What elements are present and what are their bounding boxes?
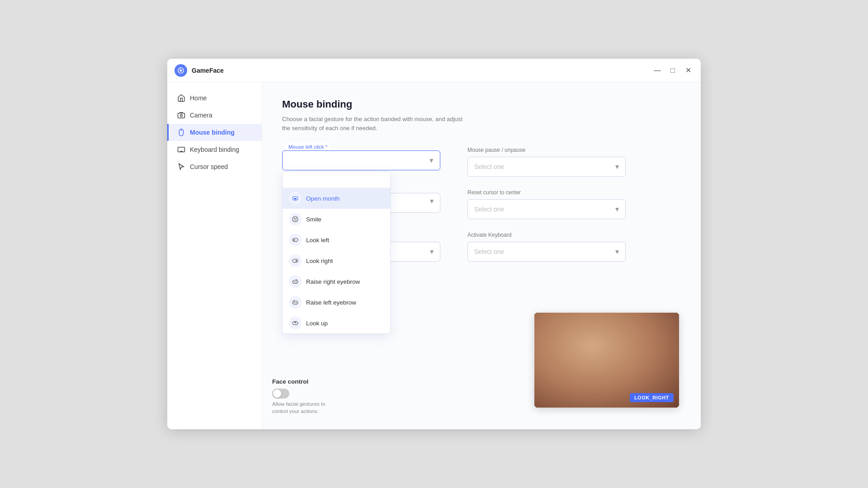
dropdown-item-open-mouth-label: Open month xyxy=(306,195,340,202)
sidebar-item-camera-label: Camera xyxy=(190,112,212,119)
dropdown-item-smile[interactable]: Smile xyxy=(283,209,390,230)
dropdown-item-raise-left-eyebrow-label: Raise left eyebrow xyxy=(306,299,356,306)
reset-cursor-select-wrapper: Select one ▼ xyxy=(467,199,626,219)
svg-point-19 xyxy=(294,218,295,219)
main-content: Mouse binding Choose a facial gesture fo… xyxy=(262,82,701,429)
raise-right-eyebrow-icon xyxy=(289,275,302,288)
open-mouth-icon xyxy=(289,192,302,205)
close-button[interactable]: ✕ xyxy=(683,65,693,76)
binding-activate-keyboard: Activate Keyboard Select one ▼ xyxy=(467,232,626,262)
sidebar-item-camera[interactable]: Camera xyxy=(167,107,262,124)
activate-keyboard-select[interactable]: Select one xyxy=(467,242,626,262)
chevron-down-icon: ▼ xyxy=(428,157,434,164)
app-title: GameFace xyxy=(192,67,652,74)
svg-point-31 xyxy=(294,302,295,303)
dropdown-item-raise-right-eyebrow-label: Raise right eyebrow xyxy=(306,278,360,285)
dropdown-search-input[interactable] xyxy=(283,172,390,188)
app-window: GameFace — □ ✕ Home xyxy=(167,59,701,429)
reset-cursor-label: Reset cursor to center xyxy=(467,189,626,196)
dropdown-item-raise-left-eyebrow[interactable]: Raise left eyebrow xyxy=(283,292,390,313)
keyboard-icon xyxy=(177,145,185,154)
svg-point-21 xyxy=(292,238,298,242)
svg-point-17 xyxy=(294,198,297,200)
face-control-description: Allow facial gestures to control your ac… xyxy=(272,400,340,415)
mouse-pause-placeholder: Select one xyxy=(474,163,504,170)
look-right-icon xyxy=(289,254,302,267)
sidebar-item-mouse-binding-label: Mouse binding xyxy=(190,129,235,136)
app-logo xyxy=(175,64,187,77)
mouse-pause-select[interactable]: Select one xyxy=(467,157,626,177)
face-control-label: Face control xyxy=(272,378,340,385)
toggle-knob xyxy=(273,389,281,398)
sidebar-item-cursor-speed-label: Cursor speed xyxy=(190,163,228,170)
dropdown-item-raise-right-eyebrow[interactable]: Raise right eyebrow xyxy=(283,271,390,292)
sidebar: Home Camera xyxy=(167,82,262,429)
app-body: Home Camera xyxy=(167,82,701,429)
activate-keyboard-label: Activate Keyboard xyxy=(467,232,626,238)
svg-point-28 xyxy=(294,282,295,282)
gesture-dropdown: Open month xyxy=(282,171,391,334)
dropdown-item-look-right[interactable]: Look right xyxy=(283,250,390,271)
smile-icon xyxy=(289,213,302,225)
reset-cursor-placeholder: Select one xyxy=(474,206,504,213)
svg-point-35 xyxy=(295,322,296,323)
dropdown-item-look-left[interactable]: Look left xyxy=(283,230,390,250)
sidebar-item-home-label: Home xyxy=(190,94,207,102)
minimize-button[interactable]: — xyxy=(652,65,663,76)
svg-point-27 xyxy=(292,280,298,284)
sidebar-item-cursor-speed[interactable]: Cursor speed xyxy=(167,158,262,175)
home-icon xyxy=(177,94,185,102)
binding-mouse-left-click: Mouse left click * ▼ xyxy=(282,147,440,177)
dropdown-item-smile-label: Smile xyxy=(306,216,321,223)
dropdown-item-look-up-label: Look up xyxy=(306,320,328,327)
mouse-icon xyxy=(177,128,185,136)
page-title: Mouse binding xyxy=(282,99,679,110)
look-up-icon xyxy=(289,317,302,329)
raise-left-eyebrow-icon xyxy=(289,296,302,309)
bindings-grid: Mouse left click * ▼ xyxy=(282,147,626,262)
svg-point-3 xyxy=(180,115,183,117)
svg-point-24 xyxy=(292,259,298,263)
dropdown-item-look-up[interactable]: Look up xyxy=(283,313,390,333)
reset-cursor-select[interactable]: Select one xyxy=(467,199,626,219)
camera-feed: LOOK_RIGHT xyxy=(534,313,679,408)
sidebar-item-home[interactable]: Home xyxy=(167,89,262,107)
sidebar-item-mouse-binding[interactable]: Mouse binding xyxy=(167,124,262,141)
activate-keyboard-placeholder: Select one xyxy=(474,248,504,255)
svg-point-20 xyxy=(296,218,297,219)
mouse-pause-select-wrapper: Select one ▼ xyxy=(467,157,626,177)
dropdown-item-open-mouth[interactable]: Open month xyxy=(283,188,390,209)
svg-point-26 xyxy=(296,260,297,261)
binding-mouse-pause-unpause: Mouse pause / unpause Select one ▼ xyxy=(467,147,626,177)
face-control-section: Face control Allow facial gestures to co… xyxy=(272,378,340,415)
window-controls: — □ ✕ xyxy=(652,65,693,76)
mouse-left-click-select[interactable]: ▼ xyxy=(282,150,440,170)
dropdown-item-look-left-label: Look left xyxy=(306,237,329,244)
svg-point-30 xyxy=(292,301,298,305)
cursor-icon xyxy=(177,163,185,171)
svg-point-29 xyxy=(296,282,297,282)
svg-point-1 xyxy=(180,69,182,71)
titlebar: GameFace — □ ✕ xyxy=(167,59,701,82)
mouse-left-click-label: Mouse left click * xyxy=(288,144,327,150)
maximize-button[interactable]: □ xyxy=(667,65,678,76)
binding-reset-cursor: Reset cursor to center Select one ▼ xyxy=(467,189,626,219)
activate-keyboard-select-wrapper: Select one ▼ xyxy=(467,242,626,262)
svg-point-32 xyxy=(296,302,297,303)
svg-rect-2 xyxy=(178,113,185,118)
page-description: Choose a facial gesture for the action b… xyxy=(282,115,463,132)
dropdown-item-look-right-label: Look right xyxy=(306,258,333,264)
look-left-icon xyxy=(289,234,302,246)
mouse-pause-label: Mouse pause / unpause xyxy=(467,147,626,153)
look-right-badge: LOOK_RIGHT xyxy=(630,393,674,402)
face-control-toggle[interactable] xyxy=(272,389,289,399)
sidebar-item-keyboard-binding[interactable]: Keyboard binding xyxy=(167,141,262,158)
sidebar-item-keyboard-binding-label: Keyboard binding xyxy=(190,146,239,153)
svg-point-23 xyxy=(294,239,295,240)
camera-icon xyxy=(177,111,185,119)
svg-point-18 xyxy=(292,216,298,222)
